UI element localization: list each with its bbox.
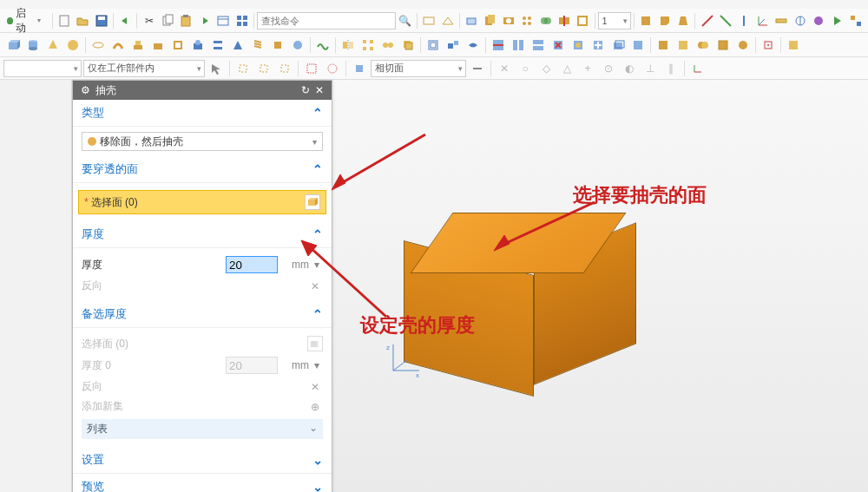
chamfer-icon[interactable]	[656, 11, 674, 30]
command-search-input[interactable]	[257, 12, 396, 30]
section-thickness[interactable]: 厚度 ⌃	[73, 221, 332, 248]
replace-face-icon[interactable]	[569, 36, 588, 55]
csys-icon[interactable]	[754, 11, 772, 30]
box-select-icon[interactable]	[302, 59, 321, 78]
scale-icon[interactable]	[444, 36, 463, 55]
analysis-icon[interactable]	[791, 11, 808, 30]
edge-icon[interactable]	[637, 11, 654, 30]
redo-icon[interactable]	[196, 11, 214, 30]
select-face-row[interactable]: * 选择面 (0)	[78, 190, 326, 214]
save-icon[interactable]	[93, 11, 110, 30]
close-icon[interactable]: ✕	[312, 84, 326, 96]
sketch-icon[interactable]	[420, 11, 437, 30]
user-icon[interactable]	[288, 36, 307, 55]
snap1-icon[interactable]	[233, 59, 253, 78]
type-combo[interactable]: 移除面，然后抽壳	[82, 132, 323, 151]
block-icon[interactable]	[3, 36, 23, 55]
gear-icon[interactable]: ⚙	[78, 84, 92, 96]
pattern-icon[interactable]	[518, 11, 536, 30]
paste-icon[interactable]	[177, 11, 194, 30]
wrap2-icon[interactable]	[733, 36, 753, 55]
section-type[interactable]: 类型 ⌃	[73, 100, 332, 127]
delete-face-icon[interactable]	[549, 36, 568, 55]
cone-icon[interactable]	[43, 36, 62, 55]
new-icon[interactable]	[56, 11, 73, 30]
play-icon[interactable]	[828, 11, 845, 30]
wrap-icon[interactable]	[464, 36, 483, 55]
divide-icon[interactable]	[529, 36, 548, 55]
section-settings[interactable]: 设置 ⌃	[73, 447, 332, 474]
assoc-copy-icon[interactable]	[398, 36, 418, 55]
offset-face-icon[interactable]	[608, 36, 628, 55]
resize-face-icon[interactable]	[628, 36, 648, 55]
axis-x-icon[interactable]	[698, 11, 715, 30]
material-icon[interactable]	[810, 11, 827, 30]
move-face-icon[interactable]	[589, 36, 608, 55]
unite-icon[interactable]	[536, 11, 554, 30]
number-combo[interactable]: 1	[598, 12, 632, 30]
section-preview[interactable]: 预览 ⌃	[73, 474, 332, 492]
select-icon[interactable]	[207, 59, 226, 78]
instance-icon[interactable]	[378, 36, 398, 55]
thread-icon[interactable]	[248, 36, 267, 55]
draft-icon[interactable]	[674, 11, 692, 30]
reset-icon[interactable]: ↻	[299, 84, 312, 96]
sphere-icon[interactable]	[63, 36, 82, 55]
pocket-icon[interactable]	[168, 36, 187, 55]
revolve-icon[interactable]	[89, 36, 108, 55]
pattern2-icon[interactable]	[358, 36, 378, 55]
split-icon[interactable]	[509, 36, 528, 55]
trim-body-icon[interactable]	[489, 36, 508, 55]
sew-icon[interactable]	[654, 36, 673, 55]
grid-icon[interactable]	[233, 11, 250, 30]
offset-icon[interactable]	[424, 36, 443, 55]
sweep-icon[interactable]	[108, 36, 128, 55]
copy-icon[interactable]	[159, 11, 176, 30]
snap2-icon[interactable]	[254, 59, 273, 78]
trim-icon[interactable]	[556, 11, 573, 30]
groove-icon[interactable]	[208, 36, 227, 55]
boss-icon[interactable]	[128, 36, 148, 55]
rib-icon[interactable]	[228, 36, 247, 55]
thickness-input[interactable]	[226, 256, 278, 273]
mirror-icon[interactable]	[339, 36, 358, 55]
cut-icon[interactable]: ✂	[140, 11, 157, 30]
axis-z-icon[interactable]	[735, 11, 753, 30]
face-picker-icon[interactable]	[305, 194, 320, 210]
section-alternate[interactable]: 备选厚度 ⌃	[73, 301, 332, 328]
face-select-icon[interactable]	[350, 59, 369, 78]
hole-icon[interactable]	[500, 11, 517, 30]
sync-icon[interactable]	[784, 36, 803, 55]
measure-icon[interactable]	[773, 11, 790, 30]
axis-y-icon[interactable]	[717, 11, 734, 30]
extrude-icon[interactable]	[481, 11, 498, 30]
dart-icon[interactable]	[268, 36, 287, 55]
shell-icon[interactable]	[574, 11, 591, 30]
snap3-icon[interactable]	[275, 59, 294, 78]
open-icon[interactable]	[74, 11, 91, 30]
undo-icon[interactable]	[116, 11, 134, 30]
assembly-icon[interactable]	[847, 11, 865, 30]
search-icon[interactable]: 🔍	[397, 11, 414, 30]
rule-icon[interactable]	[468, 59, 487, 78]
scope-combo[interactable]: 仅在工作部件内	[83, 60, 205, 77]
section-pierce[interactable]: 要穿透的面 ⌃	[73, 156, 332, 183]
dialog-titlebar[interactable]: ⚙ 抽壳 ↻ ✕	[73, 81, 332, 100]
datum-icon[interactable]	[463, 11, 480, 30]
view-cube-icon[interactable]	[759, 36, 778, 55]
sketch2-icon[interactable]	[438, 11, 456, 30]
pad-icon[interactable]	[148, 36, 168, 55]
simplify-icon[interactable]	[713, 36, 733, 55]
join-icon[interactable]	[694, 36, 713, 55]
cylinder-icon[interactable]	[23, 36, 43, 55]
list-box[interactable]: 列表 ⌄	[82, 419, 323, 439]
patch-icon[interactable]	[674, 36, 693, 55]
wcs-icon[interactable]	[688, 59, 707, 78]
lasso-select-icon[interactable]	[323, 59, 342, 78]
window-icon[interactable]	[214, 11, 232, 30]
filter-combo[interactable]	[3, 60, 82, 77]
launch-dropdown[interactable]: 启动 ▾	[3, 11, 49, 30]
wave-icon[interactable]	[313, 36, 332, 55]
emboss-icon[interactable]	[188, 36, 207, 55]
face-rule-combo[interactable]: 相切面	[371, 60, 466, 77]
